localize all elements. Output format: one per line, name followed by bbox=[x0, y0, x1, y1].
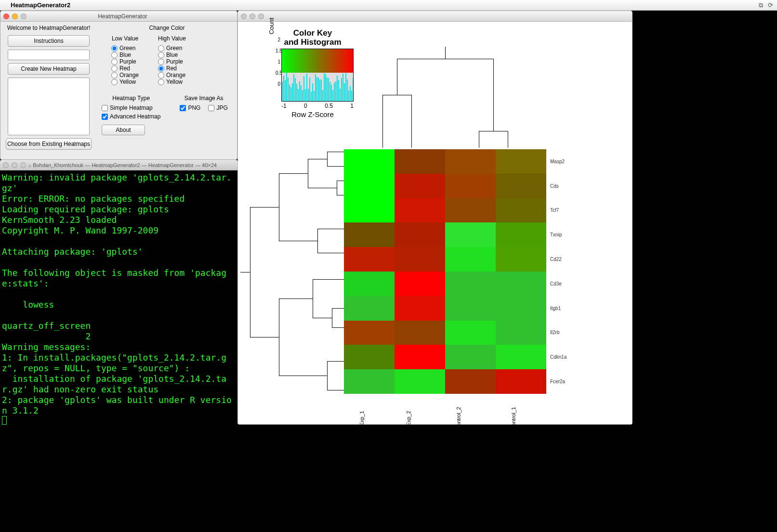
high-color-blue-radio[interactable]: Blue bbox=[158, 52, 186, 58]
heatmap-cell bbox=[445, 198, 496, 223]
heatmap-cell bbox=[445, 247, 496, 272]
terminal-output[interactable]: Warning: invalid package 'gplots_2.14.2.… bbox=[0, 170, 237, 429]
dual-screen-icon[interactable]: ⧉ bbox=[759, 1, 763, 9]
low-color-blue-radio[interactable]: Blue bbox=[111, 52, 139, 58]
close-icon[interactable] bbox=[3, 13, 9, 19]
heatmap-type-label: Heatmap Type bbox=[102, 95, 160, 102]
heatmap-cell bbox=[344, 321, 395, 345]
plot-window: Color Key and Histogram Count 21.510.50 … bbox=[237, 11, 632, 425]
row-label: Il2rb bbox=[550, 330, 566, 335]
heatmap-cell bbox=[344, 198, 395, 223]
heatmap-cell bbox=[496, 198, 546, 223]
heatmap-grid bbox=[344, 149, 546, 394]
close-icon[interactable] bbox=[241, 13, 247, 19]
low-color-red-radio[interactable]: Red bbox=[111, 65, 139, 72]
heatmap-cell bbox=[445, 222, 496, 247]
heatmap-cell bbox=[445, 345, 496, 369]
high-color-purple-radio[interactable]: Purple bbox=[158, 58, 186, 65]
close-icon[interactable] bbox=[3, 162, 9, 168]
choose-existing-button[interactable]: Choose from Existing Heatmaps bbox=[6, 138, 92, 150]
heatmap-cell bbox=[496, 296, 546, 321]
heatmap-cell bbox=[496, 369, 546, 394]
row-labels: Masp2CdsTcf7TxnipCd22Cd3eItgb1Il2rbCdkn1… bbox=[550, 149, 566, 394]
app-menu[interactable]: HeatmapGenerator2 bbox=[11, 1, 70, 9]
heatmap-cell bbox=[445, 369, 496, 394]
heatmap-cell bbox=[496, 272, 546, 296]
welcome-text: Welcome to HeatmapGenerator! bbox=[7, 25, 91, 31]
control-titlebar[interactable]: HeatmapGenerator bbox=[0, 11, 237, 22]
create-heatmap-button[interactable]: Create New Heatmap bbox=[8, 63, 90, 75]
heatmap-cell bbox=[496, 321, 546, 345]
heatmap-cell bbox=[445, 174, 496, 198]
row-label: Itgb1 bbox=[550, 306, 566, 311]
colorkey-yticks: 21.510.50 bbox=[276, 37, 280, 87]
heatmap-cell bbox=[496, 345, 546, 369]
heatmap-cell bbox=[496, 222, 546, 247]
low-color-green-radio[interactable]: Green bbox=[111, 45, 139, 52]
about-button[interactable]: About bbox=[102, 125, 145, 135]
jpg-checkbox[interactable]: JPG bbox=[208, 104, 227, 111]
colorkey-xlabel: Row Z-Score bbox=[267, 110, 358, 118]
colorkey-xticks: -100.51 bbox=[281, 103, 354, 109]
minimize-icon[interactable] bbox=[250, 13, 255, 19]
terminal-window: ⌂ Bohdan_Khomtchouk — HeatmapGenerator2 … bbox=[0, 160, 237, 429]
colorkey-histogram bbox=[281, 73, 354, 102]
heatmap-cell bbox=[496, 149, 546, 174]
low-color-purple-radio[interactable]: Purple bbox=[111, 58, 139, 65]
high-color-group: High Value GreenBluePurpleRedOrangeYello… bbox=[158, 35, 186, 85]
heatmap-cell bbox=[395, 247, 445, 272]
heatmap-cell bbox=[445, 296, 496, 321]
high-color-green-radio[interactable]: Green bbox=[158, 45, 186, 52]
low-value-label: Low Value bbox=[111, 35, 139, 42]
save-as-label: Save Image As bbox=[180, 95, 227, 102]
png-checkbox[interactable]: PNG bbox=[180, 104, 200, 111]
low-color-group: Low Value GreenBluePurpleRedOrangeYellow bbox=[111, 35, 139, 85]
plot-area: Color Key and Histogram Count 21.510.50 … bbox=[238, 22, 632, 424]
row-label: Tcf7 bbox=[550, 208, 566, 213]
change-color-label: Change Color bbox=[102, 25, 232, 31]
zoom-icon[interactable] bbox=[258, 13, 264, 19]
color-key: Color Key and Histogram Count 21.510.50 … bbox=[267, 28, 358, 118]
file-input[interactable] bbox=[8, 50, 90, 60]
heatmap-cell bbox=[395, 198, 445, 223]
plot-titlebar[interactable] bbox=[238, 11, 632, 22]
row-label: Masp2 bbox=[550, 159, 566, 164]
high-value-label: High Value bbox=[158, 35, 186, 42]
heatmap-cell bbox=[395, 149, 445, 174]
high-color-orange-radio[interactable]: Orange bbox=[158, 72, 186, 78]
simple-heatmap-checkbox[interactable]: Simple Heatmap bbox=[102, 104, 160, 111]
column-labels: Exp_1Exp_2Control_2Control_1 bbox=[344, 398, 546, 427]
heatmap-listbox[interactable] bbox=[8, 78, 90, 135]
menubar: HeatmapGenerator2 ⧉ ⟳ bbox=[0, 0, 777, 11]
instructions-button[interactable]: Instructions bbox=[8, 35, 90, 47]
colorkey-ylabel: Count bbox=[268, 0, 275, 52]
desktop-background bbox=[237, 425, 777, 532]
colorkey-title2: and Histogram bbox=[267, 38, 358, 47]
heatmap-cell bbox=[395, 174, 445, 198]
heatmap-cell bbox=[344, 247, 395, 272]
row-label: Cds bbox=[550, 183, 566, 189]
heatmap-cell bbox=[344, 345, 395, 369]
sync-icon[interactable]: ⟳ bbox=[768, 1, 773, 9]
heatmap-cell bbox=[395, 222, 445, 247]
colorkey-gradient bbox=[281, 49, 354, 73]
control-title: HeatmapGenerator bbox=[11, 13, 234, 20]
terminal-titlebar[interactable]: ⌂ Bohdan_Khomtchouk — HeatmapGenerator2 … bbox=[0, 160, 237, 170]
row-label: Cd3e bbox=[550, 281, 566, 286]
column-dendrogram bbox=[382, 47, 508, 148]
heatmap-cell bbox=[445, 149, 496, 174]
heatmap-cell bbox=[395, 272, 445, 296]
low-color-yellow-radio[interactable]: Yellow bbox=[111, 78, 139, 85]
row-label: Cdkn1a bbox=[550, 354, 566, 360]
heatmap-cell bbox=[395, 321, 445, 345]
high-color-red-radio[interactable]: Red bbox=[158, 65, 186, 72]
low-color-orange-radio[interactable]: Orange bbox=[111, 72, 139, 78]
advanced-heatmap-checkbox[interactable]: Advanced Heatmap bbox=[102, 113, 160, 120]
heatmap-cell bbox=[445, 272, 496, 296]
high-color-yellow-radio[interactable]: Yellow bbox=[158, 78, 186, 85]
heatmap-cell bbox=[344, 272, 395, 296]
column-label: Exp_1 bbox=[358, 411, 376, 426]
heatmap-cell bbox=[496, 247, 546, 272]
row-label: Cd22 bbox=[550, 257, 566, 262]
heatmap-cell bbox=[344, 149, 395, 174]
